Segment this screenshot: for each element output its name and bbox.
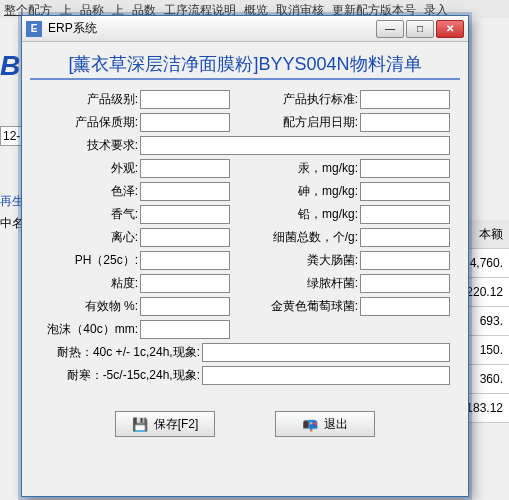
input-as[interactable] (360, 182, 450, 201)
input-ecoli[interactable] (360, 251, 450, 270)
label-tech-req: 技术要求: (30, 137, 140, 154)
input-tech-req[interactable] (140, 136, 450, 155)
input-hg[interactable] (360, 159, 450, 178)
input-product-grade[interactable] (140, 90, 230, 109)
label-exec-std: 产品执行标准: (230, 91, 360, 108)
input-pseudo[interactable] (360, 274, 450, 293)
input-appearance[interactable] (140, 159, 230, 178)
save-button-label: 保存[F2] (154, 416, 199, 433)
label-viscosity: 粘度: (30, 275, 140, 292)
label-active: 有效物 %: (30, 298, 140, 315)
bg-menu-item[interactable]: 品数 (132, 2, 156, 16)
input-centrifuge[interactable] (140, 228, 230, 247)
label-shelf-life: 产品保质期: (30, 114, 140, 131)
erp-window: E ERP系统 — □ ✕ [薰衣草深层洁净面膜粉]BYYS004N物料清单 产… (21, 15, 469, 497)
input-ph[interactable] (140, 251, 230, 270)
bg-menu-item[interactable]: 工序流程说明 (164, 2, 236, 16)
input-heat[interactable] (202, 343, 450, 362)
label-cold: 耐寒：-5c/-15c,24h,现象: (30, 367, 202, 384)
label-aroma: 香气: (30, 206, 140, 223)
input-staph[interactable] (360, 297, 450, 316)
bg-menu-item[interactable]: 录入 (424, 2, 448, 16)
label-as: 砷，mg/kg: (230, 183, 360, 200)
titlebar[interactable]: E ERP系统 — □ ✕ (22, 16, 468, 42)
label-pseudo: 绿脓杆菌: (230, 275, 360, 292)
input-exec-std[interactable] (360, 90, 450, 109)
label-heat: 耐热：40c +/- 1c,24h,现象: (30, 344, 202, 361)
maximize-button[interactable]: □ (406, 20, 434, 38)
input-recipe-date[interactable] (360, 113, 450, 132)
exit-button-label: 退出 (324, 416, 348, 433)
label-ph: PH（25c）: (30, 252, 140, 269)
save-button[interactable]: 💾 保存[F2] (115, 411, 215, 437)
label-appearance: 外观: (30, 160, 140, 177)
bg-menu-item[interactable]: 概览 (244, 2, 268, 16)
bg-menu-item[interactable]: 上 (112, 2, 124, 16)
label-product-grade: 产品级别: (30, 91, 140, 108)
page-heading: [薰衣草深层洁净面膜粉]BYYS004N物料清单 (30, 48, 460, 80)
label-staph: 金黄色葡萄球菌: (230, 298, 360, 315)
label-hg: 汞，mg/kg: (230, 160, 360, 177)
bg-menu-item[interactable]: 上 (60, 2, 72, 16)
input-cold[interactable] (202, 366, 450, 385)
app-icon: E (26, 21, 42, 37)
exit-button[interactable]: 📭 退出 (275, 411, 375, 437)
minimize-button[interactable]: — (376, 20, 404, 38)
close-button[interactable]: ✕ (436, 20, 464, 38)
input-color[interactable] (140, 182, 230, 201)
label-color: 色泽: (30, 183, 140, 200)
window-title: ERP系统 (48, 20, 376, 37)
input-bacteria[interactable] (360, 228, 450, 247)
label-foam: 泡沫（40c）mm: (30, 321, 140, 338)
label-centrifuge: 离心: (30, 229, 140, 246)
bg-menu-item[interactable]: 取消审核 (276, 2, 324, 16)
input-aroma[interactable] (140, 205, 230, 224)
input-foam[interactable] (140, 320, 230, 339)
label-pb: 铅，mg/kg: (230, 206, 360, 223)
bg-menu-item[interactable]: 更新配方版本号 (332, 2, 416, 16)
input-pb[interactable] (360, 205, 450, 224)
input-shelf-life[interactable] (140, 113, 230, 132)
input-active[interactable] (140, 297, 230, 316)
label-bacteria: 细菌总数，个/g: (230, 229, 360, 246)
label-recipe-date: 配方启用日期: (230, 114, 360, 131)
input-viscosity[interactable] (140, 274, 230, 293)
bg-menu-item[interactable]: 整个配方 (4, 2, 52, 16)
label-ecoli: 粪大肠菌: (230, 252, 360, 269)
exit-icon: 📭 (302, 417, 318, 432)
save-icon: 💾 (132, 417, 148, 432)
bg-menu-item[interactable]: 品称 (80, 2, 104, 16)
